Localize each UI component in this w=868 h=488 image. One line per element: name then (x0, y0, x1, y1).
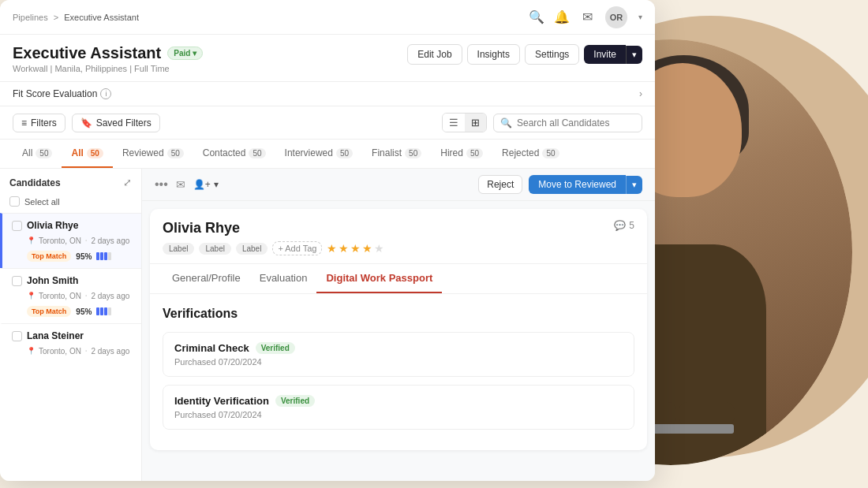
top-nav: Pipelines > Executive Assistant 🔍 🔔 ✉ OR… (0, 0, 655, 35)
criminal-check-item: Criminal Check Verified Purchased 07/20/… (163, 332, 634, 377)
verifications-title: Verifications (163, 307, 634, 321)
main-content: Candidates ⤢ Select all Olivia Rhye 📍 To… (0, 169, 655, 481)
detail-toolbar: ••• ✉ 👤+ ▾ Reject Move to Reviewed ▾ (142, 169, 655, 201)
stage-tab-all-2[interactable]: All 50 (62, 140, 112, 168)
detail-panel: ••• ✉ 👤+ ▾ Reject Move to Reviewed ▾ (142, 169, 655, 481)
candidate-time: 2 days ago (91, 292, 129, 300)
score-segment (104, 307, 107, 315)
app-window: Pipelines > Executive Assistant 🔍 🔔 ✉ OR… (0, 0, 655, 481)
candidate-checkbox-olivia[interactable] (12, 221, 22, 231)
candidate-location: Toronto, ON (39, 292, 81, 300)
status-badge: Paid ▾ (167, 47, 203, 60)
candidate-location: Toronto, ON (39, 237, 81, 245)
select-all-checkbox[interactable] (9, 196, 20, 207)
candidate-item-lana[interactable]: Lana Steiner 📍 Toronto, ON · 2 days ago (0, 323, 141, 364)
candidate-checkbox-lana[interactable] (12, 331, 22, 341)
chevron-down-icon[interactable]: ▾ (638, 13, 642, 21)
label-pill-1: Label (163, 243, 194, 255)
stage-tab-finalist[interactable]: Finalist 50 (362, 140, 431, 168)
criminal-check-date: Purchased 07/20/2024 (174, 357, 623, 367)
job-meta: Workwall | Manila, Philippines | Full Ti… (13, 64, 203, 73)
top-match-badge: Top Match (27, 306, 71, 317)
stage-tab-interviewed[interactable]: Interviewed 50 (275, 140, 363, 168)
job-header: Executive Assistant Paid ▾ Workwall | Ma… (0, 35, 655, 82)
criminal-check-status: Verified (256, 342, 295, 354)
candidate-checkbox-john[interactable] (12, 276, 22, 286)
label-pill-3: Label (236, 243, 268, 255)
move-dropdown-button[interactable]: ▾ (626, 176, 642, 194)
saved-filters-button[interactable]: 🔖 Saved Filters (72, 114, 160, 132)
tab-general-profile[interactable]: General/Profile (163, 264, 250, 293)
reject-button[interactable]: Reject (478, 175, 522, 194)
candidates-panel-title: Candidates (9, 177, 61, 188)
invite-main-button[interactable]: Invite (584, 45, 626, 64)
candidate-location: Toronto, ON (39, 347, 81, 356)
score-segment (100, 252, 103, 260)
breadcrumb-current: Executive Assistant (64, 13, 139, 22)
identity-verification-name: Identity Verification (174, 395, 269, 407)
filters-button[interactable]: ≡ Filters (13, 114, 65, 132)
tab-evaluation[interactable]: Evaluation (250, 264, 317, 293)
fit-score-label: Fit Score Evaluation i (13, 88, 111, 99)
star-2: ★ (339, 242, 349, 255)
bell-icon[interactable]: 🔔 (555, 10, 569, 24)
candidates-panel: Candidates ⤢ Select all Olivia Rhye 📍 To… (0, 169, 142, 481)
select-all-label: Select all (24, 197, 60, 207)
score-badge: 95% (76, 307, 92, 316)
star-4: ★ (362, 242, 372, 255)
view-toggle: ☰ ⊞ (442, 113, 487, 132)
more-options-button[interactable]: ••• (155, 177, 168, 192)
stage-tab-hired[interactable]: Hired 50 (431, 140, 492, 168)
search-icon[interactable]: 🔍 (529, 10, 544, 24)
expand-panel-icon[interactable]: ⤢ (123, 177, 132, 188)
stage-tab-reviewed[interactable]: Reviewed 50 (113, 140, 193, 168)
star-rating[interactable]: ★ ★ ★ ★ ★ (327, 242, 384, 255)
move-to-reviewed-group: Move to Reviewed ▾ (529, 175, 642, 194)
expand-fit-score-icon[interactable]: › (639, 88, 642, 99)
stage-tab-contacted[interactable]: Contacted 50 (193, 140, 275, 168)
candidate-item-john[interactable]: John Smith 📍 Toronto, ON · 2 days ago To… (0, 268, 141, 323)
score-segment (104, 252, 107, 260)
select-all-row: Select all (0, 193, 141, 213)
grid-view-button[interactable]: ⊞ (465, 114, 486, 132)
job-actions: Edit Job Insights Settings Invite ▾ (407, 44, 642, 65)
nav-icons: 🔍 🔔 ✉ OR ▾ (529, 6, 642, 28)
message-icon[interactable]: ✉ (176, 178, 185, 191)
breadcrumb: Pipelines > Executive Assistant (13, 13, 139, 22)
stage-tab-rejected[interactable]: Rejected 50 (492, 140, 569, 168)
search-icon: 🔍 (500, 117, 512, 129)
candidate-time: 2 days ago (91, 237, 129, 245)
star-5: ★ (374, 242, 384, 255)
info-icon[interactable]: i (100, 88, 111, 99)
insights-button[interactable]: Insights (467, 44, 520, 65)
candidate-name: John Smith (27, 275, 78, 286)
add-tag-button[interactable]: + Add Tag (272, 241, 322, 255)
candidate-item-olivia[interactable]: Olivia Rhye 📍 Toronto, ON · 2 days ago T… (0, 213, 141, 268)
list-view-button[interactable]: ☰ (443, 114, 465, 132)
add-user-chevron-icon: ▾ (214, 179, 219, 190)
score-segment (96, 307, 99, 315)
mail-icon[interactable]: ✉ (580, 10, 594, 24)
location-icon: 📍 (27, 347, 36, 355)
tab-digital-work-passport[interactable]: Digital Work Passport (316, 264, 442, 293)
settings-button[interactable]: Settings (525, 44, 579, 65)
stage-tab-all-1[interactable]: All 50 (13, 140, 62, 168)
invite-dropdown-button[interactable]: ▾ (626, 46, 642, 64)
move-to-reviewed-button[interactable]: Move to Reviewed (529, 175, 626, 194)
breadcrumb-parent[interactable]: Pipelines (13, 13, 48, 22)
search-input[interactable] (517, 117, 635, 129)
identity-verification-status: Verified (275, 395, 315, 407)
invite-button-group: Invite ▾ (584, 45, 642, 64)
top-match-badge: Top Match (27, 251, 71, 262)
location-icon: 📍 (27, 237, 36, 244)
candidate-search-box[interactable]: 🔍 (493, 114, 642, 132)
bookmark-icon: 🔖 (80, 117, 92, 129)
edit-job-button[interactable]: Edit Job (407, 44, 462, 65)
candidate-detail-header: Olivia Rhye Label Label Label + Add Tag … (150, 209, 647, 264)
candidate-detail-name: Olivia Rhye (163, 220, 384, 237)
identity-verification-item: Identity Verification Verified Purchased… (163, 385, 634, 430)
comment-count[interactable]: 💬 5 (614, 220, 634, 231)
chevron-down-icon[interactable]: ▾ (193, 49, 196, 58)
add-user-button[interactable]: 👤+ ▾ (193, 179, 219, 190)
avatar-button[interactable]: OR (605, 6, 627, 28)
